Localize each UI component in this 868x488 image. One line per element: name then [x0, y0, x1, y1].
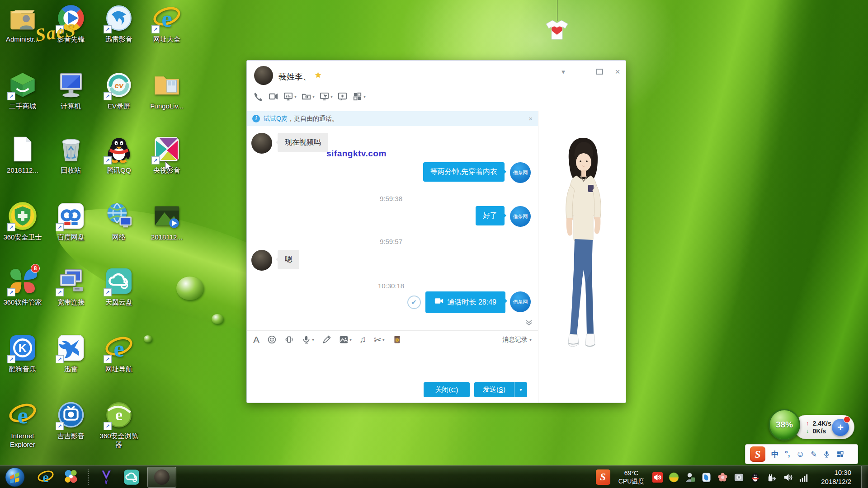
- quick-launch-ie-icon[interactable]: e: [37, 469, 54, 486]
- remote-desktop-icon[interactable]: ▾: [319, 91, 333, 102]
- font-icon[interactable]: A: [253, 334, 259, 345]
- svg-text:¥: ¥: [396, 338, 398, 342]
- desktop-icon-9[interactable]: 2018112...: [1, 135, 44, 175]
- outgoing-message-bubble: 等两分钟,先穿着内衣: [423, 162, 505, 182]
- peer-avatar[interactable]: [251, 133, 272, 154]
- desktop-icon-18[interactable]: ↗宽带连接: [49, 267, 93, 307]
- desktop-icon-8[interactable]: FungoLiv...: [145, 70, 189, 111]
- close-window-button[interactable]: ×: [613, 67, 622, 77]
- red-packet-icon[interactable]: ¥: [392, 335, 402, 344]
- screen-demo-icon[interactable]: ▾: [283, 91, 297, 102]
- window-menu-button[interactable]: ▾: [559, 68, 568, 76]
- desktop-icon-6[interactable]: 计算机: [49, 70, 93, 111]
- self-avatar[interactable]: 借条网: [510, 206, 531, 227]
- maximize-button[interactable]: [595, 68, 604, 76]
- memory-ball[interactable]: 38%: [769, 409, 800, 441]
- shield360-icon: ↗: [8, 202, 37, 230]
- desktop-icon-22[interactable]: e↗网址导航: [97, 333, 141, 374]
- tray-icon-row: [652, 472, 809, 483]
- image-icon[interactable]: ▾: [339, 335, 352, 344]
- tray-camera-icon[interactable]: [734, 472, 744, 483]
- desktop-icon-4[interactable]: e↗网址大全: [145, 4, 189, 44]
- desktop-icon-19[interactable]: ↗天翼云盘: [97, 267, 141, 307]
- tray-megaphone-icon[interactable]: [652, 472, 663, 483]
- video-call-icon[interactable]: [268, 91, 278, 102]
- banner-link[interactable]: 试试Q麦: [264, 115, 288, 123]
- desktop-icon-24[interactable]: ↗吉吉影音: [49, 400, 93, 441]
- send-button[interactable]: 发送(S) ▾: [474, 382, 527, 397]
- minimize-button[interactable]: —: [577, 68, 586, 76]
- kugou-icon: K↗: [8, 333, 37, 362]
- computer-icon: [57, 70, 85, 99]
- window-shake-icon[interactable]: [284, 335, 294, 344]
- close-chat-button[interactable]: 关闭(C): [424, 382, 470, 397]
- tray-person-icon[interactable]: [685, 472, 695, 483]
- message-history-button[interactable]: 消息记录▾: [502, 336, 532, 344]
- start-button[interactable]: [5, 467, 25, 488]
- desktop-icon-25[interactable]: e↗360安全浏览器: [97, 400, 141, 449]
- desktop-icon-3[interactable]: ↗迅雷影音: [97, 4, 141, 44]
- apps-grid-icon[interactable]: ▾: [352, 91, 366, 102]
- desktop-icon-7[interactable]: ev↗EV录屏: [97, 70, 141, 111]
- ime-emoji-icon[interactable]: ☺: [796, 449, 805, 459]
- sogou-logo-icon[interactable]: S: [750, 446, 765, 462]
- timestamp-row: 10:30:18: [251, 282, 531, 290]
- svg-text:e: e: [113, 335, 124, 362]
- peer-avatar[interactable]: [251, 250, 272, 271]
- tray-power-icon[interactable]: [766, 472, 777, 483]
- show-desktop-button[interactable]: [861, 466, 868, 488]
- quick-launch-vapp-icon[interactable]: [98, 469, 115, 486]
- desktop-icon-16[interactable]: 2018112...: [145, 202, 189, 242]
- ime-toolbox-icon[interactable]: [836, 450, 844, 458]
- desktop-icon-15[interactable]: 网络: [97, 202, 141, 242]
- tray-qqmini-icon[interactable]: [750, 472, 760, 483]
- desktop-icon-23[interactable]: eInternet Explorer: [1, 400, 44, 449]
- cloud-icon: ↗: [104, 267, 133, 296]
- music-icon[interactable]: ♫: [359, 334, 366, 345]
- desktop-icon-10[interactable]: 回收站: [49, 135, 93, 175]
- ime-mode-toggle[interactable]: 中: [771, 449, 779, 460]
- quick-launch-pinwheel-icon[interactable]: [62, 469, 80, 486]
- ime-handwriting-icon[interactable]: ✎: [811, 450, 817, 459]
- sogou-tray-icon[interactable]: S: [596, 469, 610, 485]
- emoji-icon[interactable]: [267, 335, 277, 344]
- peer-avatar[interactable]: [254, 66, 273, 85]
- desktop-icon-5[interactable]: ↗二手商城: [1, 70, 44, 111]
- desktop-icon-11[interactable]: ↗腾讯QQ: [97, 135, 141, 175]
- self-avatar[interactable]: 借条网: [510, 162, 531, 183]
- favorite-star-icon: ★: [315, 70, 321, 80]
- tray-flower-icon[interactable]: [717, 472, 728, 483]
- desktop-icon-14[interactable]: ↗百度网盘: [49, 202, 93, 242]
- qq-show-character: [562, 134, 604, 360]
- send-options-arrow[interactable]: ▾: [514, 382, 527, 397]
- tray-signal-icon[interactable]: [799, 472, 809, 483]
- ime-voice-icon[interactable]: [823, 450, 830, 458]
- create-group-icon[interactable]: [337, 91, 348, 102]
- desktop-icon-20[interactable]: K↗酷狗音乐: [1, 333, 44, 374]
- download-speed: 0K/s: [813, 427, 826, 435]
- tray-phoneblue-icon[interactable]: [701, 472, 712, 483]
- shortcut-arrow-badge: ↗: [7, 92, 15, 100]
- voice-message-icon[interactable]: ▾: [302, 335, 314, 344]
- quick-launch-cloudq-icon[interactable]: [123, 469, 140, 486]
- cpu-temp-indicator[interactable]: 69°CCPU温度: [618, 469, 645, 485]
- handwriting-icon[interactable]: [322, 335, 331, 344]
- shortcut-arrow-badge: ↗: [104, 288, 112, 296]
- screenshot-icon[interactable]: ✂▾: [374, 334, 385, 345]
- call-record-bubble[interactable]: 通话时长 28:49: [425, 291, 505, 313]
- desktop-icon-13[interactable]: ↗360安全卫士: [1, 202, 44, 242]
- tray-volume-icon[interactable]: [783, 472, 793, 483]
- desktop-icon-17[interactable]: ↗8360软件管家: [1, 267, 44, 307]
- desktop-icon-21[interactable]: ↗迅雷: [49, 333, 93, 374]
- desktop-icon-label: Internet Explorer: [1, 432, 44, 449]
- ime-punctuation-toggle[interactable]: °,: [785, 450, 790, 459]
- scroll-to-bottom-icon[interactable]: [525, 319, 533, 328]
- taskbar-active-window-button[interactable]: [147, 467, 176, 488]
- banner-close-icon[interactable]: ×: [528, 115, 533, 122]
- taskbar-clock[interactable]: 10:302018/12/2: [821, 468, 851, 487]
- tray-ball360-icon[interactable]: [669, 472, 679, 483]
- send-file-icon[interactable]: ▾: [301, 91, 315, 102]
- shortcut-arrow-badge: ↗: [104, 422, 112, 430]
- voice-call-icon[interactable]: [253, 91, 264, 102]
- self-avatar[interactable]: 借条网: [510, 291, 531, 312]
